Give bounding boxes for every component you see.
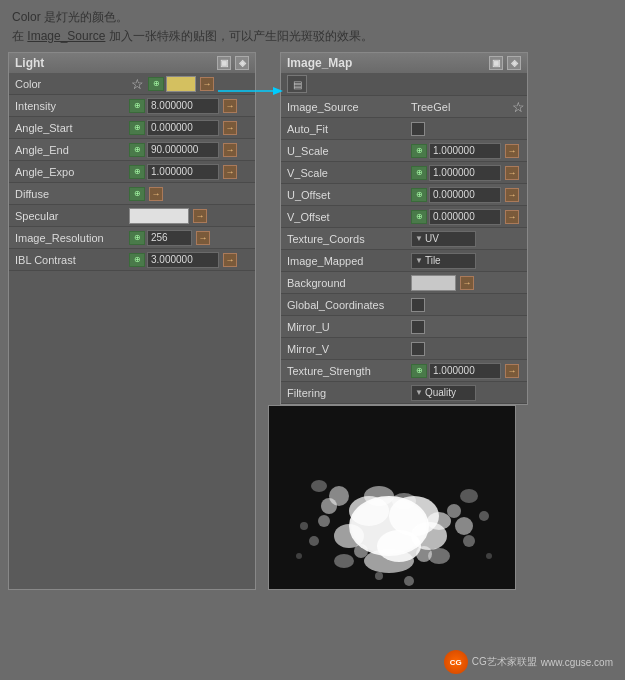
im-icon1[interactable]: ▣ bbox=[489, 56, 503, 70]
uscale-link[interactable]: ⊕ bbox=[411, 144, 427, 158]
ibl-label: IBL Contrast bbox=[9, 254, 129, 266]
im-mirrorv-checkbox[interactable] bbox=[411, 342, 425, 356]
light-angle-end-row: Angle_End ⊕ → bbox=[9, 139, 255, 161]
specular-arrow[interactable]: → bbox=[193, 209, 207, 223]
light-specular-row: Specular → bbox=[9, 205, 255, 227]
im-icon2[interactable]: ◈ bbox=[507, 56, 521, 70]
im-vscale-label: V_Scale bbox=[281, 167, 411, 179]
im-globalcoords-label: Global_Coordinates bbox=[281, 299, 411, 311]
angle-end-link[interactable]: ⊕ bbox=[129, 143, 145, 157]
image-map-section: Image_Map ▣ ◈ ▤ Image_Source TreeGel ☆ bbox=[268, 52, 528, 590]
angle-end-arrow[interactable]: → bbox=[223, 143, 237, 157]
watermark-text: CG艺术家联盟 bbox=[472, 655, 537, 669]
intensity-end-arrow[interactable]: → bbox=[223, 99, 237, 113]
im-texcoords-dropdown[interactable]: UV bbox=[411, 231, 476, 247]
im-globalcoords-checkbox[interactable] bbox=[411, 298, 425, 312]
im-mirroru-label: Mirror_U bbox=[281, 321, 411, 333]
light-panel: Light ▣ ◈ Color ☆ ⊕ → Intensity ⊕ → bbox=[8, 52, 256, 590]
uoffset-arrow[interactable]: → bbox=[505, 188, 519, 202]
watermark-site: www.cguse.com bbox=[541, 657, 613, 668]
svg-point-20 bbox=[309, 536, 319, 546]
uscale-arrow[interactable]: → bbox=[505, 144, 519, 158]
im-vscale-row: V_Scale ⊕ → bbox=[281, 162, 527, 184]
im-autofit-row: Auto_Fit bbox=[281, 118, 527, 140]
svg-point-32 bbox=[404, 576, 414, 586]
watermark-cg-text: CG bbox=[450, 658, 462, 667]
light-angle-start-row: Angle_Start ⊕ → bbox=[9, 117, 255, 139]
diffuse-link[interactable]: ⊕ bbox=[129, 187, 145, 201]
color-end-arrow[interactable]: → bbox=[200, 77, 214, 91]
svg-point-25 bbox=[479, 511, 489, 521]
angle-expo-value[interactable] bbox=[147, 164, 219, 180]
angle-start-value[interactable] bbox=[147, 120, 219, 136]
uscale-value[interactable] bbox=[429, 143, 501, 159]
light-intensity-label: Intensity bbox=[9, 100, 129, 112]
uoffset-value[interactable] bbox=[429, 187, 501, 203]
voffset-arrow[interactable]: → bbox=[505, 210, 519, 224]
top-text-area: Color 是灯光的颜色。 在 Image_Source 加入一张特殊的贴图，可… bbox=[0, 0, 625, 52]
image-res-link[interactable]: ⊕ bbox=[129, 231, 145, 245]
im-imagemapped-dropdown[interactable]: Tile bbox=[411, 253, 476, 269]
angle-start-link[interactable]: ⊕ bbox=[129, 121, 145, 135]
ibl-value[interactable] bbox=[147, 252, 219, 268]
im-background-row: Background → bbox=[281, 272, 527, 294]
im-mirroru-row: Mirror_U bbox=[281, 316, 527, 338]
im-voffset-label: V_Offset bbox=[281, 211, 411, 223]
im-source-value: TreeGel bbox=[411, 101, 508, 113]
im-background-swatch[interactable] bbox=[411, 275, 456, 291]
light-panel-icon1[interactable]: ▣ bbox=[217, 56, 231, 70]
light-panel-header: Light ▣ ◈ bbox=[9, 53, 255, 73]
im-small-icon[interactable]: ▤ bbox=[287, 75, 307, 93]
voffset-value[interactable] bbox=[429, 209, 501, 225]
intensity-value[interactable] bbox=[147, 98, 219, 114]
svg-point-21 bbox=[463, 535, 475, 547]
im-mirrorv-label: Mirror_V bbox=[281, 343, 411, 355]
angle-expo-arrow[interactable]: → bbox=[223, 165, 237, 179]
im-uoffset-row: U_Offset ⊕ → bbox=[281, 184, 527, 206]
angle-expo-link[interactable]: ⊕ bbox=[129, 165, 145, 179]
angle-start-arrow[interactable]: → bbox=[223, 121, 237, 135]
watermark: CG CG艺术家联盟 www.cguse.com bbox=[444, 650, 613, 674]
im-source-star[interactable]: ☆ bbox=[512, 99, 525, 115]
image-map-header: Image_Map ▣ ◈ bbox=[281, 53, 527, 73]
vscale-link[interactable]: ⊕ bbox=[411, 166, 427, 180]
texstrength-value[interactable] bbox=[429, 363, 501, 379]
vscale-value[interactable] bbox=[429, 165, 501, 181]
specular-label: Specular bbox=[9, 210, 129, 222]
texstrength-link[interactable]: ⊕ bbox=[411, 364, 427, 378]
image-map-panel: Image_Map ▣ ◈ ▤ Image_Source TreeGel ☆ bbox=[280, 52, 528, 405]
color-link-icon[interactable]: ⊕ bbox=[148, 77, 164, 91]
vscale-arrow[interactable]: → bbox=[505, 166, 519, 180]
texstrength-arrow[interactable]: → bbox=[505, 364, 519, 378]
im-texcoords-label: Texture_Coords bbox=[281, 233, 411, 245]
line2: 在 Image_Source 加入一张特殊的贴图，可以产生阳光斑驳的效果。 bbox=[12, 27, 613, 46]
light-panel-icon2[interactable]: ◈ bbox=[235, 56, 249, 70]
image-res-arrow[interactable]: → bbox=[196, 231, 210, 245]
voffset-link[interactable]: ⊕ bbox=[411, 210, 427, 224]
color-swatch[interactable] bbox=[166, 76, 196, 92]
color-star-icon[interactable]: ☆ bbox=[131, 76, 144, 92]
texture-preview-area bbox=[268, 405, 516, 590]
im-autofit-label: Auto_Fit bbox=[281, 123, 411, 135]
im-filtering-row: Filtering Quality bbox=[281, 382, 527, 404]
specular-swatch[interactable] bbox=[129, 208, 189, 224]
angle-start-label: Angle_Start bbox=[9, 122, 129, 134]
line1: Color 是灯光的颜色。 bbox=[12, 8, 613, 27]
angle-end-value[interactable] bbox=[147, 142, 219, 158]
svg-point-11 bbox=[329, 486, 349, 506]
im-mirrorv-row: Mirror_V bbox=[281, 338, 527, 360]
ibl-link[interactable]: ⊕ bbox=[129, 253, 145, 267]
uoffset-link[interactable]: ⊕ bbox=[411, 188, 427, 202]
diffuse-arrow[interactable]: → bbox=[149, 187, 163, 201]
im-filtering-dropdown[interactable]: Quality bbox=[411, 385, 476, 401]
ibl-arrow[interactable]: → bbox=[223, 253, 237, 267]
svg-point-28 bbox=[351, 498, 427, 554]
image-res-label: Image_Resolution bbox=[9, 232, 129, 244]
im-background-arrow[interactable]: → bbox=[460, 276, 474, 290]
image-res-value[interactable] bbox=[147, 230, 192, 246]
svg-point-13 bbox=[455, 517, 473, 535]
angle-end-label: Angle_End bbox=[9, 144, 129, 156]
intensity-link-icon[interactable]: ⊕ bbox=[129, 99, 145, 113]
im-mirroru-checkbox[interactable] bbox=[411, 320, 425, 334]
im-autofit-checkbox[interactable] bbox=[411, 122, 425, 136]
